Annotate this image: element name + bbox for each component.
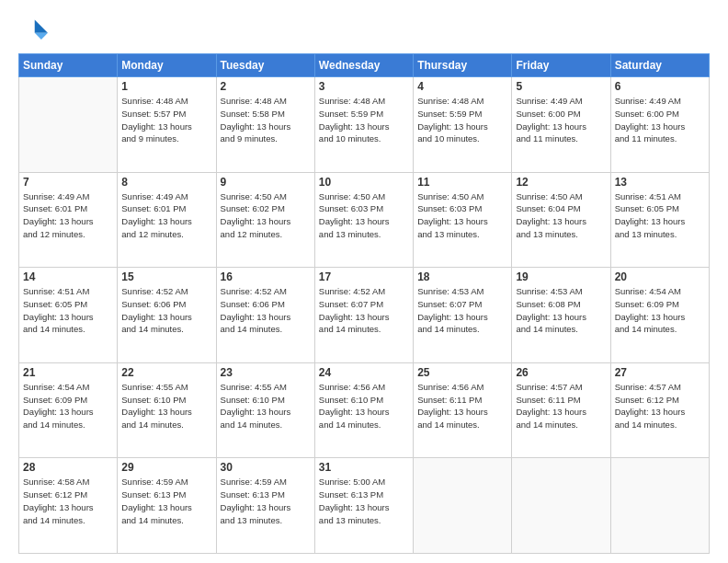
day-info: Sunrise: 4:50 AM Sunset: 6:04 PM Dayligh… (516, 190, 606, 241)
day-info: Sunrise: 4:48 AM Sunset: 5:58 PM Dayligh… (221, 95, 311, 145)
day-number: 12 (516, 176, 606, 189)
day-number: 7 (23, 176, 113, 189)
day-number: 11 (417, 176, 507, 189)
day-info: Sunrise: 4:57 AM Sunset: 6:12 PM Dayligh… (615, 381, 705, 431)
day-cell: 17Sunrise: 4:52 AM Sunset: 6:07 PM Dayli… (314, 268, 413, 363)
day-cell: 21Sunrise: 4:54 AM Sunset: 6:09 PM Dayli… (19, 362, 118, 458)
day-number: 4 (417, 80, 507, 93)
day-cell (414, 458, 512, 554)
day-number: 22 (121, 366, 211, 379)
day-cell: 27Sunrise: 4:57 AM Sunset: 6:12 PM Dayli… (610, 362, 709, 458)
day-info: Sunrise: 4:51 AM Sunset: 6:05 PM Dayligh… (23, 285, 113, 336)
day-info: Sunrise: 4:56 AM Sunset: 6:10 PM Dayligh… (319, 381, 409, 431)
day-info: Sunrise: 4:50 AM Sunset: 6:03 PM Dayligh… (417, 190, 507, 241)
logo-icon (18, 17, 48, 46)
header (18, 17, 710, 46)
day-number: 2 (221, 80, 311, 93)
page: SundayMondayTuesdayWednesdayThursdayFrid… (0, 0, 728, 563)
day-cell: 7Sunrise: 4:49 AM Sunset: 6:01 PM Daylig… (19, 172, 118, 268)
day-number: 6 (615, 80, 705, 93)
calendar-table: SundayMondayTuesdayWednesdayThursdayFrid… (18, 53, 710, 554)
day-info: Sunrise: 4:53 AM Sunset: 6:07 PM Dayligh… (417, 285, 507, 336)
week-row-2: 14Sunrise: 4:51 AM Sunset: 6:05 PM Dayli… (19, 268, 710, 363)
day-cell: 5Sunrise: 4:49 AM Sunset: 6:00 PM Daylig… (512, 77, 610, 173)
day-cell: 26Sunrise: 4:57 AM Sunset: 6:11 PM Dayli… (512, 362, 610, 458)
day-number: 23 (221, 366, 311, 379)
day-info: Sunrise: 4:51 AM Sunset: 6:05 PM Dayligh… (615, 190, 705, 241)
day-cell: 11Sunrise: 4:50 AM Sunset: 6:03 PM Dayli… (414, 172, 512, 268)
day-cell: 9Sunrise: 4:50 AM Sunset: 6:02 PM Daylig… (216, 172, 314, 268)
day-cell (512, 458, 610, 554)
header-cell-wednesday: Wednesday (314, 54, 413, 77)
day-cell: 18Sunrise: 4:53 AM Sunset: 6:07 PM Dayli… (414, 268, 512, 363)
calendar-header: SundayMondayTuesdayWednesdayThursdayFrid… (19, 54, 710, 77)
header-cell-sunday: Sunday (19, 54, 118, 77)
day-cell: 8Sunrise: 4:49 AM Sunset: 6:01 PM Daylig… (118, 172, 216, 268)
day-cell (19, 77, 118, 173)
day-cell: 1Sunrise: 4:48 AM Sunset: 5:57 PM Daylig… (118, 77, 216, 173)
day-number: 24 (319, 366, 409, 379)
day-cell (610, 458, 709, 554)
day-number: 10 (319, 176, 409, 189)
day-cell: 6Sunrise: 4:49 AM Sunset: 6:00 PM Daylig… (610, 77, 709, 173)
day-cell: 3Sunrise: 4:48 AM Sunset: 5:59 PM Daylig… (314, 77, 413, 173)
day-number: 19 (516, 270, 606, 283)
day-info: Sunrise: 4:49 AM Sunset: 6:00 PM Dayligh… (516, 95, 606, 145)
day-number: 31 (319, 461, 409, 474)
day-info: Sunrise: 4:58 AM Sunset: 6:12 PM Dayligh… (23, 476, 113, 526)
day-number: 25 (417, 366, 507, 379)
day-cell: 10Sunrise: 4:50 AM Sunset: 6:03 PM Dayli… (314, 172, 413, 268)
day-cell: 4Sunrise: 4:48 AM Sunset: 5:59 PM Daylig… (414, 77, 512, 173)
day-info: Sunrise: 4:56 AM Sunset: 6:11 PM Dayligh… (417, 381, 507, 431)
day-info: Sunrise: 4:49 AM Sunset: 6:01 PM Dayligh… (23, 190, 113, 241)
day-number: 18 (417, 270, 507, 283)
day-info: Sunrise: 4:52 AM Sunset: 6:06 PM Dayligh… (121, 285, 211, 336)
week-row-0: 1Sunrise: 4:48 AM Sunset: 5:57 PM Daylig… (19, 77, 710, 173)
day-cell: 24Sunrise: 4:56 AM Sunset: 6:10 PM Dayli… (314, 362, 413, 458)
day-info: Sunrise: 4:57 AM Sunset: 6:11 PM Dayligh… (516, 381, 606, 431)
day-cell: 22Sunrise: 4:55 AM Sunset: 6:10 PM Dayli… (118, 362, 216, 458)
day-info: Sunrise: 4:59 AM Sunset: 6:13 PM Dayligh… (221, 476, 311, 526)
day-info: Sunrise: 4:59 AM Sunset: 6:13 PM Dayligh… (121, 476, 211, 526)
day-cell: 29Sunrise: 4:59 AM Sunset: 6:13 PM Dayli… (118, 458, 216, 554)
day-number: 29 (121, 461, 211, 474)
svg-marker-0 (35, 20, 48, 33)
header-cell-monday: Monday (118, 54, 216, 77)
week-row-1: 7Sunrise: 4:49 AM Sunset: 6:01 PM Daylig… (19, 172, 710, 268)
day-info: Sunrise: 4:55 AM Sunset: 6:10 PM Dayligh… (221, 381, 311, 431)
header-row: SundayMondayTuesdayWednesdayThursdayFrid… (19, 54, 710, 77)
day-cell: 25Sunrise: 4:56 AM Sunset: 6:11 PM Dayli… (414, 362, 512, 458)
day-cell: 31Sunrise: 5:00 AM Sunset: 6:13 PM Dayli… (314, 458, 413, 554)
day-cell: 30Sunrise: 4:59 AM Sunset: 6:13 PM Dayli… (216, 458, 314, 554)
week-row-3: 21Sunrise: 4:54 AM Sunset: 6:09 PM Dayli… (19, 362, 710, 458)
day-info: Sunrise: 4:48 AM Sunset: 5:59 PM Dayligh… (417, 95, 507, 145)
week-row-4: 28Sunrise: 4:58 AM Sunset: 6:12 PM Dayli… (19, 458, 710, 554)
header-cell-tuesday: Tuesday (216, 54, 314, 77)
day-number: 28 (23, 461, 113, 474)
day-number: 3 (319, 80, 409, 93)
day-info: Sunrise: 4:49 AM Sunset: 6:00 PM Dayligh… (615, 95, 705, 145)
day-number: 30 (221, 461, 311, 474)
day-cell: 19Sunrise: 4:53 AM Sunset: 6:08 PM Dayli… (512, 268, 610, 363)
day-info: Sunrise: 4:54 AM Sunset: 6:09 PM Dayligh… (23, 381, 113, 431)
logo (18, 17, 51, 46)
day-cell: 28Sunrise: 4:58 AM Sunset: 6:12 PM Dayli… (19, 458, 118, 554)
day-cell: 2Sunrise: 4:48 AM Sunset: 5:58 PM Daylig… (216, 77, 314, 173)
day-info: Sunrise: 4:50 AM Sunset: 6:02 PM Dayligh… (221, 190, 311, 241)
day-info: Sunrise: 4:48 AM Sunset: 5:59 PM Dayligh… (319, 95, 409, 145)
day-number: 5 (516, 80, 606, 93)
day-number: 1 (121, 80, 211, 93)
day-cell: 16Sunrise: 4:52 AM Sunset: 6:06 PM Dayli… (216, 268, 314, 363)
day-info: Sunrise: 4:53 AM Sunset: 6:08 PM Dayligh… (516, 285, 606, 336)
day-number: 15 (121, 270, 211, 283)
day-number: 27 (615, 366, 705, 379)
header-cell-friday: Friday (512, 54, 610, 77)
day-info: Sunrise: 4:52 AM Sunset: 6:07 PM Dayligh… (319, 285, 409, 336)
day-number: 21 (23, 366, 113, 379)
day-info: Sunrise: 4:49 AM Sunset: 6:01 PM Dayligh… (121, 190, 211, 241)
day-number: 17 (319, 270, 409, 283)
day-cell: 14Sunrise: 4:51 AM Sunset: 6:05 PM Dayli… (19, 268, 118, 363)
day-number: 16 (221, 270, 311, 283)
day-number: 9 (221, 176, 311, 189)
day-cell: 13Sunrise: 4:51 AM Sunset: 6:05 PM Dayli… (610, 172, 709, 268)
